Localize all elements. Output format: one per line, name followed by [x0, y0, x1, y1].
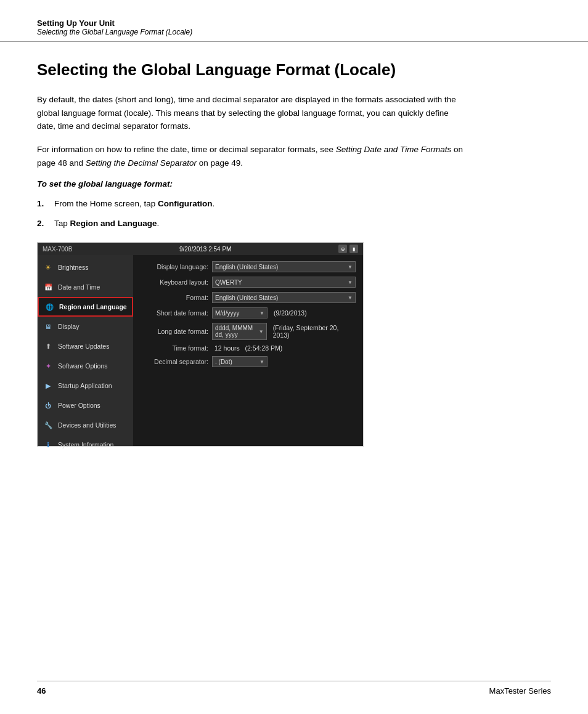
short-date-preview: (9/20/2013): [274, 309, 307, 317]
display-icon: 🖥: [43, 321, 54, 332]
titlebar-datetime: 9/20/2013 2:54 PM: [179, 246, 232, 253]
menu-software-options-label: Software Options: [58, 362, 108, 370]
menu-display[interactable]: 🖥 Display: [38, 317, 133, 336]
display-language-value: English (United States): [215, 264, 278, 270]
short-date-value: M/d/yyyy: [215, 310, 239, 317]
menu-startup[interactable]: ▶ Startup Application: [38, 376, 133, 396]
menu-software-options[interactable]: ✦ Software Options: [38, 356, 133, 376]
keyboard-layout-value: QWERTY: [215, 279, 242, 286]
menu-region[interactable]: 🌐 Region and Language: [38, 297, 133, 317]
panel-format-row: Format: English (United States) ▼: [141, 292, 356, 303]
panel-decimal-row: Decimal separator: . (Dot) ▼: [141, 356, 356, 367]
time-format-label: Time format:: [141, 344, 208, 352]
titlebar-icons: ⊕ ▮: [338, 245, 358, 253]
menu-sysinfo[interactable]: ℹ System Information: [38, 435, 133, 455]
long-date-select[interactable]: dddd, MMMM dd, yyyy ▼: [212, 323, 267, 340]
menu-software-updates[interactable]: ⬆ Software Updates: [38, 336, 133, 356]
panel-time-format-row: Time format: 12 hours (2:54:28 PM): [141, 344, 356, 352]
intro-paragraph: By default, the dates (short and long), …: [37, 93, 468, 133]
step-num-1: 1.: [37, 197, 49, 211]
section-title: Setting Up Your Unit: [37, 18, 551, 28]
menu-power-label: Power Options: [58, 402, 100, 409]
long-date-label: Long date format:: [141, 328, 208, 335]
menu-software-updates-label: Software Updates: [58, 343, 109, 350]
menu-brightness-label: Brightness: [58, 264, 89, 271]
datetime-icon: 📅: [43, 282, 54, 293]
menu-sysinfo-label: System Information: [58, 441, 113, 448]
screenshot: MAX-700B 9/20/2013 2:54 PM ⊕ ▮ ☀ Brightn…: [37, 242, 364, 447]
panel-keyboard-layout-row: Keyboard layout: QWERTY ▼: [141, 277, 356, 288]
chapter-title: Selecting the Global Language Format (Lo…: [37, 60, 551, 79]
screenshot-sidebar: ☀ Brightness 📅 Date and Time 🌐 Region an…: [38, 255, 133, 446]
step-2-text: Tap Region and Language.: [54, 217, 159, 230]
software-updates-icon: ⬆: [43, 341, 54, 352]
menu-region-label: Region and Language: [59, 303, 127, 310]
format-arrow: ▼: [348, 295, 353, 301]
menu-datetime[interactable]: 📅 Date and Time: [38, 277, 133, 297]
software-options-icon: ✦: [43, 360, 54, 371]
brightness-icon: ☀: [43, 262, 54, 273]
display-language-arrow: ▼: [348, 264, 353, 270]
long-date-value: dddd, MMMM dd, yyyy: [215, 325, 259, 338]
wifi-icon: ⊕: [338, 245, 347, 253]
devices-icon: 🔧: [43, 420, 54, 431]
display-language-select[interactable]: English (United States) ▼: [212, 261, 356, 272]
decimal-value: . (Dot): [215, 359, 232, 365]
format-select[interactable]: English (United States) ▼: [212, 292, 356, 303]
step-num-2: 2.: [37, 217, 49, 230]
menu-power[interactable]: ⏻ Power Options: [38, 396, 133, 415]
power-icon: ⏻: [43, 400, 54, 411]
steps-list: 1. From the Home screen, tap Configurati…: [37, 197, 551, 230]
keyboard-layout-select[interactable]: QWERTY ▼: [212, 277, 356, 288]
menu-datetime-label: Date and Time: [58, 283, 100, 291]
display-language-label: Display language:: [141, 263, 208, 270]
menu-startup-label: Startup Application: [58, 382, 112, 389]
menu-devices-label: Devices and Utilities: [58, 421, 116, 429]
titlebar-device: MAX-700B: [43, 246, 72, 253]
short-date-arrow: ▼: [259, 310, 264, 316]
short-date-label: Short date format:: [141, 309, 208, 317]
short-date-select[interactable]: M/d/yyyy ▼: [212, 307, 267, 318]
startup-icon: ▶: [43, 380, 54, 391]
time-format-value: 12 hours (2:54:28 PM): [214, 344, 282, 352]
format-label: Format:: [141, 294, 208, 301]
product-name: MaxTester Series: [489, 686, 551, 696]
sysinfo-icon: ℹ: [43, 439, 54, 450]
step-1-text: From the Home screen, tap Configuration.: [54, 197, 214, 211]
step-1: 1. From the Home screen, tap Configurati…: [37, 197, 551, 211]
step-heading: To set the global language format:: [37, 179, 551, 189]
screenshot-titlebar: MAX-700B 9/20/2013 2:54 PM ⊕ ▮: [38, 243, 363, 255]
decimal-label: Decimal separator:: [141, 358, 208, 365]
decimal-select[interactable]: . (Dot) ▼: [212, 356, 267, 367]
page-footer: 46 MaxTester Series: [37, 681, 551, 696]
section-subtitle: Selecting the Global Language Format (Lo…: [37, 28, 551, 36]
screenshot-body: ☀ Brightness 📅 Date and Time 🌐 Region an…: [38, 255, 363, 446]
menu-brightness[interactable]: ☀ Brightness: [38, 258, 133, 277]
menu-display-label: Display: [58, 323, 79, 330]
step-2: 2. Tap Region and Language.: [37, 217, 551, 230]
page-number: 46: [37, 686, 46, 696]
long-date-arrow: ▼: [259, 329, 264, 335]
panel-short-date-row: Short date format: M/d/yyyy ▼ (9/20/2013…: [141, 307, 356, 318]
keyboard-layout-arrow: ▼: [348, 280, 353, 285]
battery-icon: ▮: [349, 245, 358, 253]
screenshot-panel: Display language: English (United States…: [133, 255, 363, 446]
long-date-preview: (Friday, September 20, 2013): [273, 324, 356, 339]
keyboard-layout-label: Keyboard layout:: [141, 278, 208, 286]
panel-long-date-row: Long date format: dddd, MMMM dd, yyyy ▼ …: [141, 323, 356, 340]
page-content: Selecting the Global Language Format (Lo…: [0, 42, 588, 484]
page-header: Setting Up Your Unit Selecting the Globa…: [0, 0, 588, 42]
decimal-arrow: ▼: [259, 359, 264, 365]
format-value: English (United States): [215, 294, 278, 301]
region-icon: 🌐: [44, 301, 55, 312]
reference-paragraph: For information on how to refine the dat…: [37, 143, 468, 169]
panel-display-language-row: Display language: English (United States…: [141, 261, 356, 272]
menu-devices[interactable]: 🔧 Devices and Utilities: [38, 415, 133, 435]
